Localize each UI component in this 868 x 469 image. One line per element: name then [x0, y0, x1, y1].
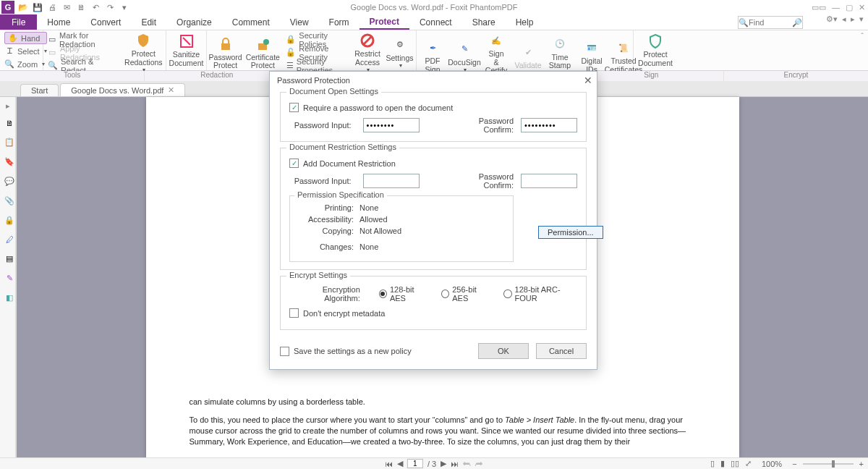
nav-back-icon[interactable]: ◂ [842, 14, 846, 24]
window-title: Google Docs vs. Word.pdf - Foxit Phantom… [351, 3, 518, 12]
save-policy-checkbox[interactable] [280, 347, 289, 356]
menu-edit[interactable]: Edit [131, 14, 166, 30]
view-fit-icon[interactable]: ⤢ [745, 459, 752, 468]
redo-icon[interactable]: ↷ [104, 1, 116, 13]
validate-icon: ✔ [519, 43, 537, 61]
view-continuous-icon[interactable]: ▮ [720, 459, 725, 468]
restrict-access[interactable]: Restrict Access▾ [352, 30, 383, 75]
menu-help[interactable]: Help [506, 14, 544, 30]
zoom-out-icon[interactable]: − [792, 460, 796, 468]
next-page-icon[interactable]: ▶ [441, 459, 446, 468]
id-card-icon: 🪪 [583, 39, 600, 56]
email-icon[interactable]: ✉ [61, 1, 72, 13]
panel-comment-icon[interactable]: 💬 [4, 177, 14, 186]
panel-signatures-icon[interactable]: 🖊 [6, 235, 14, 244]
pdf-sign[interactable]: ✒PDF Sign [417, 38, 448, 75]
menu-view[interactable]: View [280, 14, 319, 30]
security-properties[interactable]: ☰Security Properties [286, 59, 347, 72]
tool-hand[interactable]: ✋Hand [4, 32, 47, 44]
zoom-slider[interactable] [803, 463, 854, 465]
open-icon[interactable]: 📂 [17, 1, 29, 13]
view-facing-icon[interactable]: ▯▯ [731, 459, 739, 468]
protect-redactions[interactable]: Protect Redactions▾ [122, 30, 166, 75]
menu-connect[interactable]: Connect [409, 14, 462, 30]
zoom-in-icon[interactable]: + [859, 460, 864, 468]
restrict-password-input[interactable] [363, 174, 420, 188]
qat-dropdown-icon[interactable]: ▾ [119, 1, 130, 13]
mark-redaction-icon: ▭ [48, 35, 56, 45]
file-tab[interactable]: File [0, 14, 37, 30]
require-open-pw-checkbox[interactable]: ✓ [289, 103, 299, 112]
menu-form[interactable]: Form [319, 14, 359, 30]
maximize-icon[interactable]: ▢ [846, 3, 853, 12]
password-protect[interactable]: Password Protect [207, 34, 244, 72]
view-single-icon[interactable]: ▯ [710, 459, 715, 468]
add-restriction-checkbox[interactable]: ✓ [289, 159, 299, 168]
ribbon-collapse-icon[interactable]: ▾ [859, 14, 864, 24]
menu-convert[interactable]: Convert [80, 14, 131, 30]
close-dialog-icon[interactable]: ✕ [584, 75, 592, 86]
cancel-button[interactable]: Cancel [536, 343, 587, 359]
panel-bookmark-icon[interactable]: 🔖 [4, 157, 14, 166]
tool-zoom[interactable]: 🔍Zoom▾ [4, 58, 47, 70]
open-password-input[interactable] [363, 118, 420, 132]
nav-history-fwd-icon[interactable]: ⮫ [475, 460, 483, 468]
minimize-icon[interactable]: — [832, 3, 840, 12]
page-number-input[interactable] [407, 459, 423, 468]
search-redact[interactable]: 🔍Search & Redact [48, 59, 117, 72]
app-icon: G [1, 1, 14, 14]
panel-review-icon[interactable]: ✎ [7, 274, 13, 283]
dialog-title: Password Protection [277, 76, 350, 85]
menu-comment[interactable]: Comment [222, 14, 280, 30]
search-redact-icon: 🔍 [48, 61, 58, 71]
last-page-icon[interactable]: ⏭ [451, 460, 459, 468]
certificate-protect[interactable]: Certificate Protect [244, 34, 281, 72]
find-input[interactable] [749, 18, 792, 27]
clock-icon: 🕒 [551, 35, 569, 53]
layout-toggle-icon[interactable]: ▭▭ [812, 3, 826, 12]
menu-home[interactable]: Home [37, 14, 80, 30]
panel-clipboard-icon[interactable]: 📋 [4, 138, 14, 147]
save-icon[interactable]: 💾 [32, 1, 43, 13]
panel-security-icon[interactable]: 🔒 [4, 216, 14, 225]
restrict-password-confirm[interactable] [521, 174, 577, 188]
menu-protect[interactable]: Protect [359, 14, 409, 30]
new-icon[interactable]: 🗎 [75, 1, 87, 13]
tab-start[interactable]: Start [20, 84, 59, 96]
open-password-confirm[interactable] [521, 118, 577, 132]
nav-history-back-icon[interactable]: ⮪ [463, 460, 471, 468]
settings-button[interactable]: ⚙ Settings▾ [383, 35, 416, 71]
ribbon-options-icon[interactable]: ⚙▾ [826, 14, 838, 24]
validate: ✔Validate [512, 42, 544, 72]
panel-attachment-icon[interactable]: 📎 [4, 196, 14, 206]
title-bar: G 📂 💾 🖨 ✉ 🗎 ↶ ↷ ▾ Google Docs vs. Word.p… [0, 0, 868, 14]
find-go-icon[interactable]: 🔎 [792, 18, 802, 28]
close-tab-icon[interactable]: ✕ [168, 85, 174, 95]
ok-button[interactable]: OK [478, 343, 529, 359]
digital-ids[interactable]: 🪪Digital IDs [576, 38, 608, 75]
tool-select[interactable]: ᏆSelect▾ [4, 45, 47, 57]
sanitize-document[interactable]: Sanitize Document [166, 31, 206, 69]
tab-current-doc[interactable]: Google Docs vs. Word.pdf✕ [60, 83, 185, 96]
alg-arcfour-radio[interactable]: 128-bit ARC-FOUR [503, 285, 577, 303]
nav-fwd-icon[interactable]: ▸ [851, 14, 855, 24]
ribbon-collapse-caret[interactable]: ˆ [677, 30, 868, 70]
find-box[interactable]: 🔍 🔎 [738, 16, 803, 29]
alg-256aes-radio[interactable]: 256-bit AES [441, 285, 490, 303]
prev-page-icon[interactable]: ◀ [397, 459, 403, 468]
panel-layers-icon[interactable]: ◧ [6, 293, 13, 303]
panel-fields-icon[interactable]: ▤ [6, 254, 13, 263]
alg-128aes-radio[interactable]: 128-bit AES [379, 285, 428, 303]
first-page-icon[interactable]: ⏮ [385, 460, 393, 468]
search-icon: 🔍 [739, 18, 749, 28]
no-encrypt-metadata-checkbox[interactable] [289, 308, 299, 318]
menu-organize[interactable]: Organize [166, 14, 222, 30]
menu-share[interactable]: Share [462, 14, 506, 30]
panel-page-icon[interactable]: 🗎 [6, 119, 14, 127]
protect-document[interactable]: Protect Document [634, 31, 677, 69]
permission-button[interactable]: Permission... [538, 226, 603, 239]
print-icon[interactable]: 🖨 [46, 1, 58, 13]
docusign[interactable]: ✎DocuSign▾ [448, 39, 480, 75]
undo-icon[interactable]: ↶ [90, 1, 101, 13]
close-window-icon[interactable]: ✕ [859, 3, 865, 12]
